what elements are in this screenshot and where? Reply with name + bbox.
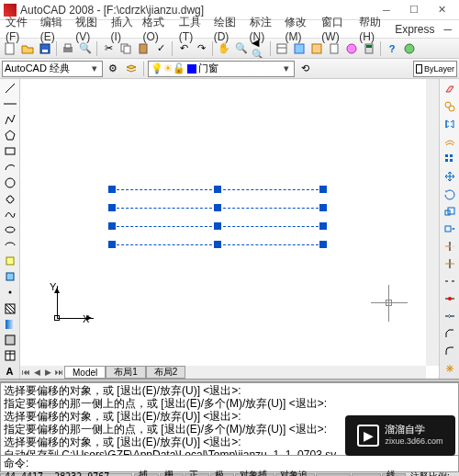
layer-prev-button[interactable]: ⟲ — [297, 61, 313, 77]
layer-combo[interactable]: 💡 ☀ 🔓 门窗 ▾ — [148, 61, 295, 77]
grip[interactable] — [214, 186, 221, 193]
fillet-button[interactable] — [442, 343, 458, 359]
rotate-button[interactable] — [442, 186, 458, 202]
tab-prev-button[interactable]: ◀ — [31, 367, 42, 378]
erase-button[interactable] — [442, 81, 458, 97]
lightbulb-icon: 💡 — [151, 62, 163, 74]
color-combo[interactable]: ByLayer — [413, 61, 457, 77]
svg-rect-2 — [42, 50, 48, 52]
grip[interactable] — [319, 204, 327, 211]
grip[interactable] — [319, 222, 327, 230]
spline-button[interactable] — [2, 207, 18, 221]
arc-button[interactable] — [2, 160, 18, 175]
stretch-button[interactable] — [442, 221, 458, 237]
svg-rect-12 — [330, 44, 338, 53]
grip[interactable] — [214, 241, 221, 248]
doc-minimize-button[interactable]: ─ — [439, 23, 458, 36]
make-block-button[interactable] — [2, 269, 18, 284]
help-button[interactable]: ? — [384, 40, 400, 57]
circle-button[interactable] — [2, 176, 18, 190]
xline-button[interactable] — [2, 96, 18, 111]
svg-rect-6 — [124, 46, 130, 53]
drawing-area[interactable]: Y X ⏮ ◀ ▶ ⏭ Model 布局1 布局2 — [20, 79, 439, 379]
rectangle-button[interactable] — [2, 143, 18, 158]
move-button[interactable] — [442, 168, 458, 185]
tab-next-button[interactable]: ▶ — [42, 367, 53, 378]
scale-button[interactable] — [442, 203, 458, 220]
grip[interactable] — [108, 241, 116, 248]
hatch-button[interactable] — [2, 301, 18, 316]
tool-palette-button[interactable] — [308, 40, 325, 57]
zoom-prev-button[interactable]: ◀🔍 — [251, 40, 267, 57]
grip[interactable] — [108, 204, 116, 211]
tab-first-button[interactable]: ⏮ — [20, 367, 31, 378]
grip[interactable] — [214, 222, 221, 230]
copy2-button[interactable] — [442, 98, 458, 115]
tab-layout2[interactable]: 布局2 — [146, 366, 186, 379]
menu-express[interactable]: Express — [391, 22, 438, 37]
save-button[interactable] — [37, 40, 53, 57]
table-button[interactable] — [2, 348, 18, 363]
pline-button[interactable] — [2, 112, 18, 127]
trim-button[interactable] — [442, 238, 458, 255]
preview-button[interactable]: 🔍 — [77, 40, 94, 57]
grip[interactable] — [319, 241, 327, 248]
tab-model[interactable]: Model — [64, 366, 106, 379]
grip[interactable] — [319, 186, 327, 193]
vertical-scrollbar[interactable] — [426, 79, 439, 366]
extend-button[interactable] — [442, 255, 458, 272]
workspace-settings-button[interactable]: ⚙ — [105, 61, 121, 77]
anno-scale[interactable]: 注释比例: 1:1 — [407, 470, 459, 477]
workspace-combo[interactable]: AutoCAD 经典 ▾ — [2, 61, 103, 77]
grip[interactable] — [108, 222, 116, 230]
paste-button[interactable] — [135, 40, 151, 57]
pan-button[interactable]: ✋ — [216, 40, 232, 57]
gradient-button[interactable] — [2, 317, 18, 332]
region-button[interactable] — [2, 333, 18, 347]
close-button[interactable]: ✕ — [428, 1, 455, 19]
cut-button[interactable]: ✂ — [100, 40, 117, 57]
layer-manager-button[interactable] — [123, 61, 140, 77]
chevron-down-icon[interactable]: ▾ — [89, 62, 100, 74]
array-button[interactable] — [442, 151, 458, 167]
chevron-down-icon[interactable]: ▾ — [281, 62, 292, 74]
tab-last-button[interactable]: ⏭ — [53, 367, 64, 378]
ellipse-button[interactable] — [2, 222, 18, 237]
watermark-brand: 溜溜自学 — [385, 424, 442, 436]
standard-toolbar: 🔍 ✂ ✓ ↶ ↷ ✋ 🔍 ◀🔍 ? — [0, 39, 459, 59]
mirror-button[interactable] — [442, 116, 458, 132]
print-button[interactable] — [60, 40, 76, 57]
redo-button[interactable]: ↷ — [193, 40, 209, 57]
match-button[interactable]: ✓ — [152, 40, 169, 57]
revcloud-button[interactable] — [2, 191, 18, 206]
insert-block-button[interactable] — [2, 254, 18, 268]
tab-layout1[interactable]: 布局1 — [106, 366, 146, 379]
modify-toolbar — [439, 79, 459, 379]
properties-button[interactable] — [274, 40, 290, 57]
design-center-button[interactable] — [291, 40, 308, 57]
svg-rect-37 — [445, 154, 448, 157]
ellipse-arc-button[interactable] — [2, 238, 18, 253]
mtext-button[interactable]: A — [2, 364, 18, 379]
explode-button[interactable] — [442, 360, 458, 377]
sheetset-button[interactable] — [326, 40, 342, 57]
zoom-button[interactable]: 🔍 — [233, 40, 250, 57]
comm-center-button[interactable] — [401, 40, 418, 57]
open-button[interactable] — [19, 40, 36, 57]
chamfer-button[interactable] — [442, 325, 458, 342]
maximize-button[interactable]: ☐ — [400, 1, 428, 19]
line-button[interactable] — [2, 81, 18, 96]
grip[interactable] — [108, 186, 116, 193]
polygon-button[interactable] — [2, 128, 18, 142]
copy-button[interactable] — [118, 40, 134, 57]
offset-button[interactable] — [442, 133, 458, 150]
calc-button[interactable] — [361, 40, 377, 57]
grip[interactable] — [214, 204, 221, 211]
undo-button[interactable]: ↶ — [175, 40, 192, 57]
markup-button[interactable] — [343, 40, 360, 57]
point-button[interactable] — [2, 285, 18, 300]
join-button[interactable] — [442, 308, 458, 324]
break-at-button[interactable] — [442, 290, 458, 307]
new-button[interactable] — [2, 40, 18, 57]
break-button[interactable] — [442, 273, 458, 289]
